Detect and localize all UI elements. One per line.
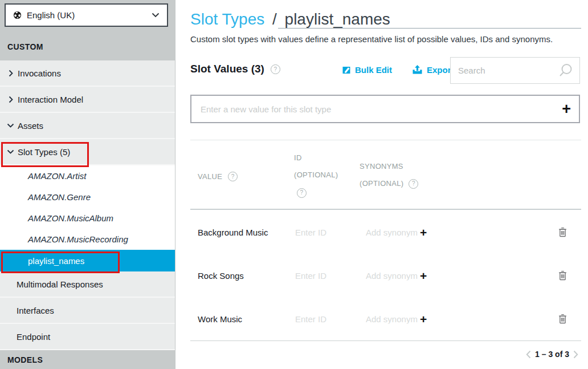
slot-type-label: AMAZON.Artist bbox=[28, 171, 87, 181]
models-section-header: MODELS bbox=[7, 355, 182, 364]
chevron-down-icon bbox=[7, 123, 14, 128]
add-synonym-input[interactable] bbox=[365, 314, 419, 325]
slot-id-input[interactable] bbox=[294, 314, 359, 325]
slot-value-text: Background Music bbox=[198, 227, 268, 237]
globe-icon bbox=[13, 11, 22, 19]
help-icon[interactable]: ? bbox=[228, 172, 238, 181]
chevron-right-icon[interactable] bbox=[573, 350, 578, 359]
sidebar-item-invocations[interactable]: Invocations bbox=[0, 60, 175, 87]
sidebar-item-multimodal-responses[interactable]: Multimodal Responses bbox=[0, 271, 175, 298]
language-selector[interactable]: English (UK) bbox=[5, 3, 168, 27]
main-panel: Slot Types / playlist_names Custom slot … bbox=[176, 0, 588, 369]
sidebar-item-label: Endpoint bbox=[17, 332, 50, 342]
trash-icon[interactable] bbox=[558, 226, 567, 237]
search-input[interactable] bbox=[457, 65, 557, 76]
slot-type-label: playlist_names bbox=[28, 256, 84, 266]
help-icon[interactable]: ? bbox=[297, 188, 307, 198]
sidebar-item-interaction-model[interactable]: Interaction Model bbox=[0, 87, 175, 113]
sidebar-item-label: Interaction Model bbox=[18, 95, 83, 104]
slot-values-title: Slot Values (3) ? bbox=[190, 63, 280, 75]
trash-icon[interactable] bbox=[558, 314, 567, 325]
page-title: playlist_names bbox=[285, 10, 390, 28]
sidebar-item-slot-types[interactable]: Slot Types (5) bbox=[0, 139, 175, 165]
slot-type-label: AMAZON.MusicAlbum bbox=[28, 213, 113, 223]
export-button[interactable]: Export bbox=[412, 65, 454, 75]
slot-type-item-amazon-genre[interactable]: AMAZON.Genre bbox=[0, 186, 175, 208]
column-header-id: ID (OPTIONAL) ? bbox=[294, 149, 338, 201]
slot-type-item-amazon-musicalbum[interactable]: AMAZON.MusicAlbum bbox=[0, 208, 175, 229]
slot-id-input[interactable] bbox=[294, 226, 359, 237]
add-synonym-input[interactable] bbox=[365, 226, 419, 237]
pagination: 1 – 3 of 3 bbox=[526, 350, 578, 359]
pencil-note-icon bbox=[342, 66, 351, 75]
sidebar-item-endpoint[interactable]: Endpoint bbox=[0, 324, 175, 350]
chevron-right-icon bbox=[7, 70, 14, 77]
breadcrumb-separator: / bbox=[269, 10, 280, 28]
sidebar-item-label: Multimodal Responses bbox=[17, 279, 103, 289]
column-header-id-line2: (OPTIONAL) bbox=[294, 167, 338, 184]
upload-tray-icon bbox=[412, 65, 423, 75]
sidebar-item-label: Assets bbox=[18, 121, 43, 131]
breadcrumb: Slot Types / playlist_names bbox=[190, 10, 390, 29]
new-value-field: + bbox=[190, 95, 580, 123]
custom-section-header: CUSTOM bbox=[7, 42, 43, 51]
search-box bbox=[450, 57, 580, 84]
sidebar-item-label: Invocations bbox=[18, 68, 61, 78]
table-row: Work Music + bbox=[190, 297, 581, 341]
sidebar-item-label: Interfaces bbox=[17, 306, 54, 315]
chevron-down-icon bbox=[152, 13, 160, 18]
app-root: English (UK) CUSTOM Invocations Interact… bbox=[0, 0, 588, 369]
help-icon[interactable]: ? bbox=[409, 179, 418, 189]
search-icon bbox=[557, 63, 573, 79]
page-description: Custom slot types with values define a r… bbox=[190, 34, 553, 44]
table-top-divider bbox=[190, 140, 581, 140]
chevron-left-icon[interactable] bbox=[526, 350, 531, 359]
help-icon[interactable]: ? bbox=[271, 64, 280, 74]
column-header-synonyms-line2: (OPTIONAL) bbox=[360, 175, 403, 192]
sidebar: English (UK) CUSTOM Invocations Interact… bbox=[0, 0, 175, 369]
language-selector-label: English (UK) bbox=[27, 10, 75, 20]
column-header-synonyms-line1: SYNONYMS bbox=[360, 158, 418, 175]
add-synonym-button[interactable]: + bbox=[420, 226, 427, 238]
new-slot-value-input[interactable] bbox=[199, 104, 562, 115]
column-header-id-line1: ID bbox=[294, 149, 338, 167]
slot-type-item-playlist-names[interactable]: playlist_names bbox=[0, 250, 175, 271]
add-synonym-button[interactable]: + bbox=[420, 313, 427, 325]
bulk-edit-button[interactable]: Bulk Edit bbox=[342, 65, 392, 75]
column-header-value: VALUE ? bbox=[198, 172, 238, 181]
slot-type-label: AMAZON.Genre bbox=[28, 192, 91, 202]
breadcrumb-parent-link[interactable]: Slot Types bbox=[190, 10, 264, 28]
table-row: Background Music + bbox=[190, 210, 581, 254]
chevron-down-icon bbox=[7, 149, 14, 154]
add-synonym-input[interactable] bbox=[365, 270, 419, 281]
table-row: Rock Songs + bbox=[190, 254, 581, 298]
pagination-range: 1 – 3 of 3 bbox=[535, 350, 569, 359]
slot-value-text: Rock Songs bbox=[198, 271, 244, 281]
column-header-value-label: VALUE bbox=[198, 172, 222, 181]
column-header-synonyms: SYNONYMS (OPTIONAL) ? bbox=[360, 158, 418, 192]
slot-type-label: AMAZON.MusicRecording bbox=[28, 234, 128, 244]
models-band: MODELS bbox=[0, 350, 175, 369]
add-synonym-button[interactable]: + bbox=[420, 270, 427, 282]
chevron-right-icon bbox=[7, 96, 14, 103]
sidebar-item-label: Slot Types (5) bbox=[18, 147, 70, 157]
slot-value-text: Work Music bbox=[198, 314, 242, 324]
sidebar-item-interfaces[interactable]: Interfaces bbox=[0, 298, 175, 324]
slot-type-item-amazon-musicrecording[interactable]: AMAZON.MusicRecording bbox=[0, 229, 175, 250]
sidebar-item-assets[interactable]: Assets bbox=[0, 113, 175, 139]
title-underline bbox=[278, 28, 581, 29]
slot-values-title-text: Slot Values (3) bbox=[190, 63, 264, 75]
bulk-edit-label: Bulk Edit bbox=[355, 65, 392, 75]
slot-type-item-amazon-artist[interactable]: AMAZON.Artist bbox=[0, 165, 175, 186]
trash-icon[interactable] bbox=[558, 270, 567, 281]
add-value-button[interactable]: + bbox=[562, 102, 571, 117]
slot-id-input[interactable] bbox=[294, 270, 359, 281]
